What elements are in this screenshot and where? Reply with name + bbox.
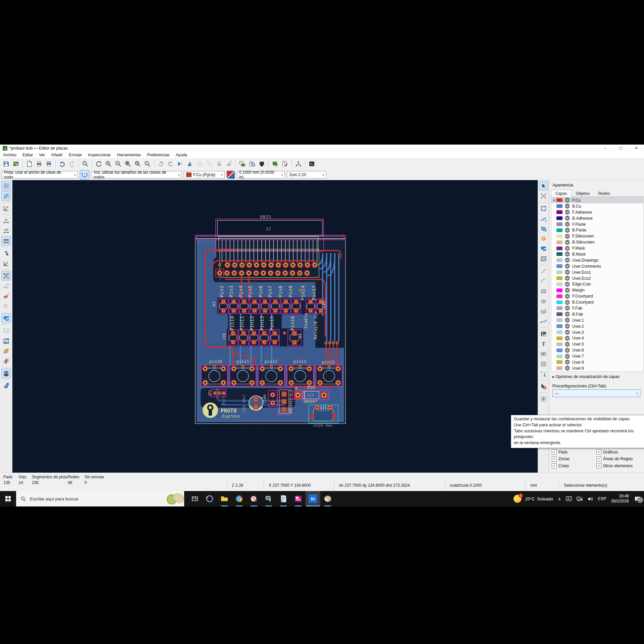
layer-visibility-eye-icon[interactable] [565, 366, 570, 371]
layer-color-swatch[interactable] [556, 240, 562, 244]
filter-cotas[interactable]: ✓Cotas [552, 463, 596, 470]
network-icon[interactable] [577, 496, 583, 501]
layer-visibility-eye-icon[interactable] [565, 228, 570, 233]
units-mm-button[interactable]: mm [1, 236, 11, 246]
taskbar-app-media-app[interactable] [247, 491, 261, 506]
taskbar-app-explorer[interactable] [217, 491, 232, 506]
menu-archivo[interactable]: Archivo [0, 152, 19, 158]
draw-line-button[interactable] [539, 266, 548, 276]
layer-visibility-eye-icon[interactable] [565, 312, 570, 317]
rule-area-button[interactable] [539, 254, 548, 263]
layer-row-user-6[interactable]: User.6 [551, 347, 643, 353]
layer-visibility-eye-icon[interactable] [565, 294, 570, 299]
layer-row-b-mask[interactable]: B.Mask [551, 251, 643, 257]
net-name-display-button[interactable] [1, 301, 11, 311]
zoom-select[interactable]: Zum 2.20∨ [287, 171, 326, 178]
taskbar-search[interactable]: Escribe aquí para buscar. [16, 491, 184, 506]
minimize-button[interactable]: – [598, 145, 613, 152]
layer-row-user-eco2[interactable]: User.Eco2 [551, 275, 643, 281]
layer-row-b-cu[interactable]: B.Cu [551, 203, 643, 209]
layer-color-swatch[interactable] [556, 366, 562, 370]
layer-visibility-eye-icon[interactable] [565, 222, 570, 227]
layer-visibility-eye-icon[interactable] [565, 216, 570, 221]
layer-color-swatch[interactable] [556, 318, 562, 322]
layer-row-f-mask[interactable]: F.Mask [551, 245, 643, 251]
auto-track-width-toggle[interactable]: = [80, 170, 89, 179]
unlock-button[interactable] [224, 159, 233, 168]
layer-color-swatch[interactable] [556, 270, 562, 274]
update-pcb-from-schematic-button[interactable] [238, 159, 247, 168]
language-indicator[interactable]: ESP [598, 496, 606, 501]
layer-visibility-eye-icon[interactable] [565, 324, 570, 329]
layer-color-swatch[interactable] [556, 301, 562, 304]
presets-select[interactable]: ---∨ [552, 389, 640, 397]
taskbar-app-device-manager[interactable] [261, 491, 276, 506]
layer-row-f-silkscreen[interactable]: F.Silkscreen [551, 233, 643, 239]
layer-visibility-eye-icon[interactable] [565, 330, 570, 335]
layer-color-swatch[interactable] [556, 355, 562, 358]
zoom-out-button[interactable] [114, 159, 123, 168]
layer-visibility-eye-icon[interactable] [565, 318, 570, 323]
filter-graficos[interactable]: ✓Gráficos [596, 449, 644, 456]
delete-tool-button[interactable] [539, 382, 548, 391]
maximize-button[interactable]: ▢ [613, 145, 629, 152]
layer-row-edge-cuts[interactable]: Edge.Cuts [551, 281, 643, 287]
layer-pair-indicator[interactable] [227, 171, 235, 179]
preferences-button[interactable] [1, 381, 11, 390]
active-layer-select[interactable]: F.Cu (PgUp)∨ [184, 171, 225, 178]
draw-arc-button[interactable] [539, 276, 548, 286]
layer-color-swatch[interactable] [556, 306, 562, 310]
undo-button[interactable] [58, 159, 67, 168]
layer-color-swatch[interactable] [556, 312, 562, 316]
taskbar-app-copilot[interactable] [202, 491, 217, 506]
layer-visibility-eye-icon[interactable] [565, 198, 570, 203]
draw-polygon-button[interactable] [539, 307, 548, 316]
start-button[interactable] [0, 491, 16, 506]
grid-visibility-button[interactable] [1, 181, 11, 191]
clock[interactable]: 19:49 26/2/2026 [611, 494, 629, 504]
pcb-canvas[interactable]: DB25J2Pin2Pin3Pin4Pin5Pin6Pin7Pin8Pin9Pi… [12, 180, 538, 473]
layer-row-f-cu[interactable]: ▶ F.Cu [551, 197, 643, 203]
layer-color-swatch[interactable] [556, 294, 562, 298]
checkbox[interactable]: ✓ [596, 463, 601, 468]
layer-color-swatch[interactable] [556, 282, 562, 286]
taskbar-app-publisher-app[interactable] [291, 491, 306, 506]
checkbox[interactable]: ✓ [552, 457, 557, 462]
draw-bezier-button[interactable] [539, 317, 548, 326]
rotate-ccw-button[interactable] [156, 159, 165, 168]
place-text-button[interactable]: T [539, 339, 548, 348]
layer-visibility-eye-icon[interactable] [565, 210, 570, 215]
layer-display-options[interactable]: ▸ Opciones de visualización de capas [549, 372, 644, 380]
layer-color-swatch[interactable] [556, 342, 562, 346]
taskbar-app-chrome[interactable] [232, 491, 247, 506]
place-footprint-button[interactable] [539, 204, 548, 213]
draw-zone-button[interactable] [539, 244, 548, 253]
local-ratsnest-button[interactable] [539, 191, 548, 201]
layer-visibility-eye-icon[interactable] [565, 354, 570, 359]
save-button[interactable] [2, 159, 11, 168]
refresh-view-button[interactable] [94, 159, 103, 168]
track-width-select[interactable]: Pista: usar el ancho de clase de nodo∨ [2, 171, 78, 178]
zoom-in-button[interactable] [104, 159, 113, 168]
lock-button[interactable] [215, 159, 224, 168]
layer-visibility-eye-icon[interactable] [565, 276, 570, 281]
layer-color-swatch[interactable] [556, 247, 562, 250]
layer-visibility-eye-icon[interactable] [565, 270, 570, 275]
zone-fill-display-button[interactable] [1, 314, 11, 323]
tab-objetos[interactable]: Objetos [572, 190, 594, 197]
layer-row-b-adhesive[interactable]: B.Adhesive [551, 215, 643, 221]
grid-select[interactable]: 0.1000 mm (0.0039 in)∨ [237, 171, 285, 178]
filter-otros-elementos[interactable]: ✓Otros elementos [596, 463, 644, 470]
cursor-shape-button[interactable] [1, 249, 11, 258]
menu-editar[interactable]: Editar [19, 152, 36, 158]
layer-row-user-1[interactable]: User.1 [551, 317, 643, 323]
high-contrast-mode-button[interactable] [1, 369, 11, 378]
search-highlight-image[interactable] [165, 491, 184, 506]
cross-probe-button[interactable] [294, 159, 303, 168]
rotate-cw-button[interactable] [166, 159, 175, 168]
place-via-button[interactable] [539, 234, 548, 243]
layer-visibility-eye-icon[interactable] [565, 204, 570, 209]
menu-preferencias[interactable]: Preferencias [144, 152, 173, 158]
layer-color-swatch[interactable] [556, 222, 562, 226]
taskbar-app-task-view[interactable] [187, 491, 202, 506]
